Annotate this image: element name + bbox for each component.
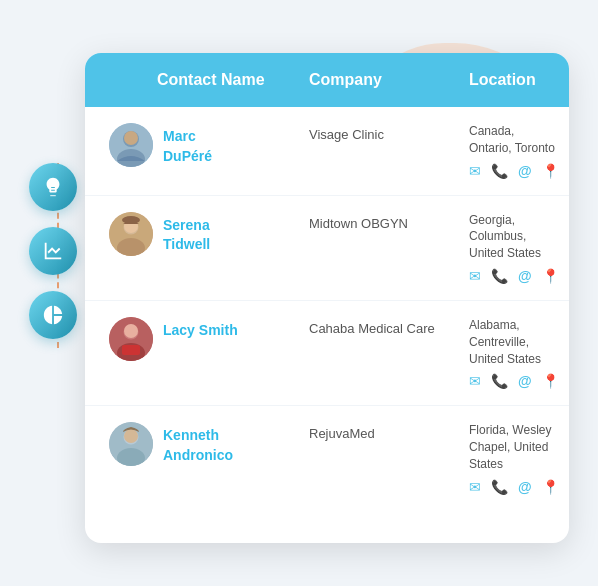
chart-icon[interactable]	[29, 227, 77, 275]
table-header: Contact Name Company Location	[85, 53, 569, 107]
avatar	[109, 317, 153, 361]
phone-icon[interactable]: 📞	[491, 268, 508, 284]
at-icon[interactable]: @	[518, 479, 532, 495]
phone-icon[interactable]: 📞	[491, 163, 508, 179]
contact-action-icons-2: ✉ 📞 @ 📍	[469, 268, 559, 284]
location-pin-icon[interactable]: 📍	[542, 163, 559, 179]
phone-icon[interactable]: 📞	[491, 479, 508, 495]
company-cell-2: Midtown OBGYN	[309, 212, 469, 231]
company-cell-4: RejuvaMed	[309, 422, 469, 441]
email-icon[interactable]: ✉	[469, 479, 481, 495]
contact-cell-4: KennethAndronico	[109, 422, 309, 466]
sidebar-icons	[29, 163, 77, 339]
avatar	[109, 123, 153, 167]
header-company: Company	[309, 71, 469, 89]
location-pin-icon[interactable]: 📍	[542, 373, 559, 389]
svg-point-3	[124, 131, 138, 145]
location-text-1: Canada, Ontario, Toronto	[469, 123, 559, 157]
table-row: SerenaTidwell Midtown OBGYN Georgia, Col…	[85, 196, 569, 301]
contact-name-2: SerenaTidwell	[163, 212, 210, 255]
svg-point-8	[122, 216, 140, 224]
table-row: KennethAndronico RejuvaMed Florida, Wesl…	[85, 406, 569, 510]
page-wrapper: Contact Name Company Location	[29, 23, 569, 563]
phone-icon[interactable]: 📞	[491, 373, 508, 389]
header-contact-name: Contact Name	[109, 71, 309, 89]
contact-action-icons-1: ✉ 📞 @ 📍	[469, 163, 559, 179]
location-cell-1: Canada, Ontario, Toronto ✉ 📞 @ 📍	[469, 123, 559, 179]
lightbulb-icon[interactable]	[29, 163, 77, 211]
table-row: MarcDuPéré Visage Clinic Canada, Ontario…	[85, 107, 569, 196]
contact-name-1: MarcDuPéré	[163, 123, 212, 166]
company-cell-3: Cahaba Medical Care	[309, 317, 469, 336]
svg-point-17	[124, 429, 138, 443]
contact-action-icons-3: ✉ 📞 @ 📍	[469, 373, 559, 389]
table-body: MarcDuPéré Visage Clinic Canada, Ontario…	[85, 107, 569, 511]
location-cell-3: Alabama, Centreville, United States ✉ 📞 …	[469, 317, 559, 389]
svg-rect-13	[122, 345, 140, 355]
location-pin-icon[interactable]: 📍	[542, 268, 559, 284]
avatar	[109, 212, 153, 256]
header-location: Location	[469, 71, 545, 89]
location-text-3: Alabama, Centreville, United States	[469, 317, 559, 367]
contact-name-3: Lacy Smith	[163, 317, 238, 341]
contact-cell-1: MarcDuPéré	[109, 123, 309, 167]
avatar	[109, 422, 153, 466]
pie-chart-icon[interactable]	[29, 291, 77, 339]
email-icon[interactable]: ✉	[469, 373, 481, 389]
table-row: Lacy Smith Cahaba Medical Care Alabama, …	[85, 301, 569, 406]
location-text-4: Florida, Wesley Chapel, United States	[469, 422, 559, 472]
at-icon[interactable]: @	[518, 373, 532, 389]
contact-action-icons-4: ✉ 📞 @ 📍	[469, 479, 559, 495]
email-icon[interactable]: ✉	[469, 268, 481, 284]
at-icon[interactable]: @	[518, 268, 532, 284]
svg-point-12	[124, 324, 138, 338]
contact-cell-3: Lacy Smith	[109, 317, 309, 361]
location-cell-2: Georgia, Columbus, United States ✉ 📞 @ 📍	[469, 212, 559, 284]
email-icon[interactable]: ✉	[469, 163, 481, 179]
at-icon[interactable]: @	[518, 163, 532, 179]
contact-cell-2: SerenaTidwell	[109, 212, 309, 256]
location-pin-icon[interactable]: 📍	[542, 479, 559, 495]
location-cell-4: Florida, Wesley Chapel, United States ✉ …	[469, 422, 559, 494]
contact-name-4: KennethAndronico	[163, 422, 233, 465]
location-text-2: Georgia, Columbus, United States	[469, 212, 559, 262]
company-cell-1: Visage Clinic	[309, 123, 469, 142]
main-card: Contact Name Company Location	[85, 53, 569, 543]
